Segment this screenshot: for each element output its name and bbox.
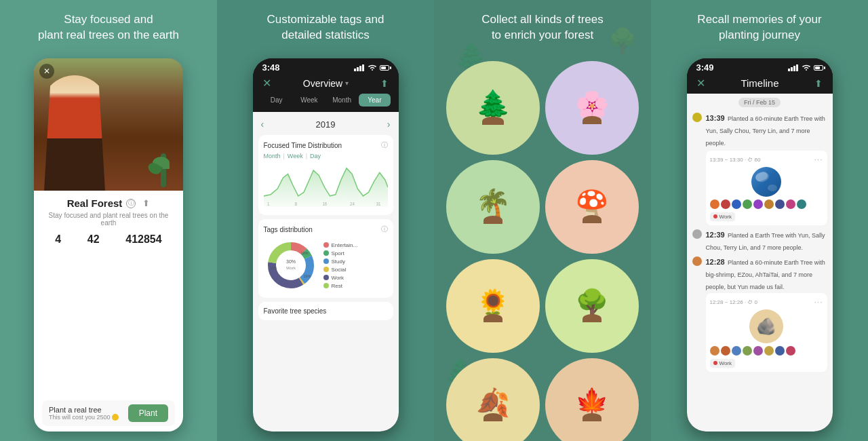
timeline-avatars-1 xyxy=(710,199,823,209)
svg-rect-24 xyxy=(793,66,795,71)
plant-button[interactable]: Plant xyxy=(128,404,168,422)
year-next-btn[interactable]: › xyxy=(387,119,391,130)
avatar-1 xyxy=(710,199,719,209)
nav-title-2: Overview xyxy=(303,78,342,89)
timeline-avatars-2 xyxy=(710,346,823,356)
timeline-content: Fri / Feb 15 13:39 Planted a 60-minute E… xyxy=(687,94,833,432)
signal-icon-4 xyxy=(788,64,799,71)
svg-rect-23 xyxy=(791,67,793,71)
nav-close-4[interactable]: ✕ xyxy=(696,77,705,90)
avatar-9 xyxy=(797,199,806,209)
status-icons-2 xyxy=(354,64,389,71)
timeline-time-1: 13:39 xyxy=(706,114,725,122)
tab-year[interactable]: Year xyxy=(359,94,390,107)
legend-rest: Rest xyxy=(323,283,358,289)
svg-text:10%: 10% xyxy=(269,266,277,270)
tree-circle-2: 🌸 xyxy=(545,61,639,155)
legend-dot-study xyxy=(323,258,329,264)
avatar-5 xyxy=(753,199,763,209)
stat-trees: 4 xyxy=(55,233,61,246)
timeline-time-2: 12:39 xyxy=(706,231,725,239)
timeline-card-dots-1[interactable]: ··· xyxy=(814,155,823,164)
chart-title: Focused Time Distribution xyxy=(264,142,342,149)
tree-circle-8: 🍁 xyxy=(545,358,639,441)
legend-dot-work xyxy=(323,275,329,280)
stat-days-value: 42 xyxy=(87,233,100,246)
tree-emoji-1: 🌲 xyxy=(475,91,511,119)
tree-circle-6: 🌳 xyxy=(545,259,639,353)
panel-1: Stay focused and plant real trees on the… xyxy=(0,0,217,441)
timeline-time-3: 12:28 xyxy=(706,258,725,266)
info-icon[interactable]: ⓘ xyxy=(126,199,136,208)
avatar-7 xyxy=(775,199,785,209)
svg-text:24: 24 xyxy=(350,202,355,206)
year-prev-btn[interactable]: ‹ xyxy=(261,119,264,130)
legend-study: Study xyxy=(323,258,358,265)
tag-dot-1 xyxy=(713,214,717,218)
panel-3-title: Collect all kinds of trees to enrich you… xyxy=(481,12,604,47)
phone-4: 3:49 ✕ Timeline xyxy=(687,58,833,432)
svg-rect-0 xyxy=(354,69,356,71)
dead-tree-circle: 🪨 xyxy=(749,309,783,343)
tree-circle-3: 🌴 xyxy=(446,160,540,254)
plant-text-col: Plant a real tree This will cost you 250… xyxy=(49,406,119,421)
panel-4-title: Recall memories of your planting journey xyxy=(697,12,821,47)
tree-emoji-8: 🍁 xyxy=(575,389,609,416)
app-subtitle: Stay focused and plant real trees on the… xyxy=(42,212,175,227)
stat-trees-value: 4 xyxy=(55,233,61,246)
tree-circle-5: 🌻 xyxy=(446,259,540,353)
avatar-13 xyxy=(743,346,752,356)
line-chart-svg: 1 8 16 24 31 xyxy=(264,159,388,207)
nav-close-2[interactable]: ✕ xyxy=(262,77,271,90)
status-time-2: 3:48 xyxy=(262,62,280,73)
legend-entertain: Entertain... xyxy=(323,242,358,248)
tree-emoji-3: 🌴 xyxy=(475,190,511,218)
app-title-row: Real Forest ⓘ ⬆ xyxy=(42,197,175,209)
avatar-11 xyxy=(721,346,730,356)
tag-work-1: Work xyxy=(710,212,736,221)
nav-share-2[interactable]: ⬆ xyxy=(380,78,389,89)
chart-subtab-week[interactable]: Week xyxy=(288,153,303,159)
avatar-12 xyxy=(732,346,741,356)
donut-chart-svg: 30% Work 10% 18% 19% xyxy=(264,238,318,292)
legend-sport: Sport xyxy=(323,250,358,256)
tree-emoji-6: 🌳 xyxy=(575,290,609,317)
svg-text:19%: 19% xyxy=(303,274,311,278)
donut-info-icon: ⓘ xyxy=(381,225,388,234)
trees-container: 🌲 🌸 🌴 🍄 🌻 xyxy=(443,58,642,441)
fav-title: Favorite tree species xyxy=(264,307,388,315)
svg-text:30%: 30% xyxy=(285,259,295,264)
share-icon[interactable]: ⬆ xyxy=(142,198,150,208)
battery-icon xyxy=(380,65,389,71)
earth-globe-1 xyxy=(751,167,781,197)
stat-days: 42 xyxy=(87,233,100,246)
timeline-text-1: 13:39 Planted a 60-minute Earth Tree wit… xyxy=(706,111,827,225)
tab-month[interactable]: Month xyxy=(326,94,357,107)
avatar-3 xyxy=(732,199,741,209)
tree-emoji-5: 🌻 xyxy=(476,290,510,317)
timeline-entry-3: 12:28 Planted a 60-minute Earth Tree wit… xyxy=(692,255,827,372)
tab-week[interactable]: Week xyxy=(294,94,325,107)
legend-dot-entertain xyxy=(323,242,329,248)
timeline-card-dots-2[interactable]: ··· xyxy=(814,297,823,307)
avatar-14 xyxy=(753,346,763,356)
donut-legend: Entertain... Sport Study Social xyxy=(323,242,358,289)
nav-bar-2: ✕ Overview ▾ ⬆ xyxy=(253,74,399,94)
avatar-15 xyxy=(764,346,774,356)
nav-bar-4: ✕ Timeline ⬆ xyxy=(687,74,833,94)
tab-day[interactable]: Day xyxy=(261,94,292,107)
chart-subtab-day[interactable]: Day xyxy=(310,153,321,159)
svg-text:18%: 18% xyxy=(300,251,308,255)
nav-chevron-icon: ▾ xyxy=(345,79,349,87)
legend-dot-rest xyxy=(323,283,329,288)
chart-header: Focused Time Distribution ⓘ xyxy=(264,140,388,150)
panel-1-title: Stay focused and plant real trees on the… xyxy=(38,12,179,47)
donut-section: Tags distribution ⓘ xyxy=(258,219,393,298)
nav-share-4[interactable]: ⬆ xyxy=(814,78,823,89)
timeline-dot-2 xyxy=(692,229,702,239)
svg-text:Work: Work xyxy=(286,266,296,270)
tree-circle-1: 🌲 xyxy=(446,61,540,155)
chart-subtab-month[interactable]: Month xyxy=(264,153,281,159)
svg-point-16 xyxy=(277,252,304,279)
tree-circle-4: 🍄 xyxy=(545,160,639,254)
